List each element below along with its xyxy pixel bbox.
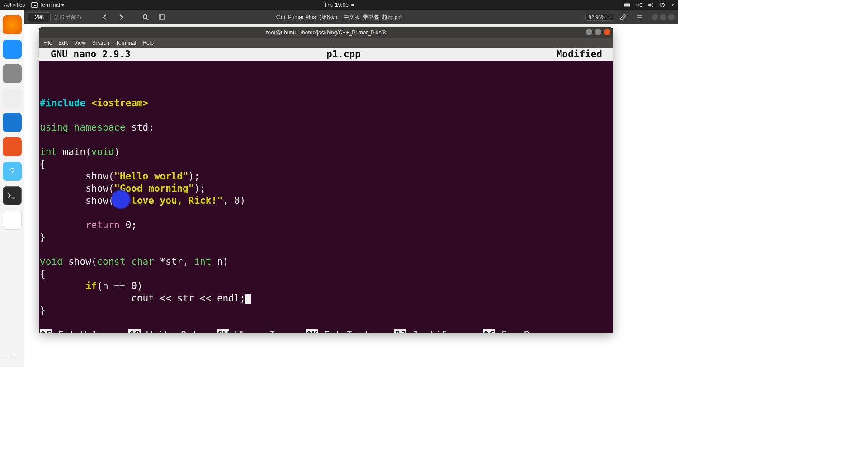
- clock[interactable]: Thu 19:00: [324, 2, 354, 8]
- svg-point-2: [636, 4, 638, 6]
- dock-app[interactable]: [3, 211, 22, 230]
- dock-help[interactable]: ?: [3, 162, 22, 181]
- terminal-window: root@ubuntu: /home/jackbing/C++_Primer_P…: [39, 27, 613, 333]
- nano-app-label: GNU nano 2.9.3: [41, 49, 131, 60]
- menu-terminal[interactable]: Terminal: [116, 40, 136, 46]
- terminal-icon: [31, 2, 38, 8]
- page-number-input[interactable]: 298: [28, 12, 51, 22]
- terminal-menubar: File Edit View Search Terminal Help: [39, 38, 613, 48]
- search-button[interactable]: [139, 11, 152, 23]
- cursor-highlight: [111, 190, 130, 209]
- nano-shortcut: ^K Cut Text: [306, 329, 394, 333]
- code-line: [40, 110, 46, 121]
- code-line: #include <iostream>: [40, 98, 148, 108]
- menu-edit[interactable]: Edit: [58, 40, 68, 46]
- close-button[interactable]: [668, 14, 675, 20]
- code-line: if(n == 0): [40, 281, 143, 291]
- code-line: show("Hello world");: [40, 171, 200, 182]
- document-title: C++ Primer Plus（第6版）_中文版_带书签_超清.pdf: [276, 14, 402, 21]
- dock-thunderbird[interactable]: [3, 40, 22, 59]
- code-line: using namespace std;: [40, 122, 154, 133]
- pencil-icon: [619, 14, 627, 21]
- dock-rhythmbox[interactable]: [3, 89, 22, 108]
- nano-shortcut: ^O Write Out: [128, 329, 217, 333]
- terminal-maximize-button[interactable]: [595, 29, 601, 35]
- code-line: {: [40, 159, 46, 169]
- code-line: [40, 134, 46, 145]
- text-cursor: [245, 294, 251, 304]
- hamburger-button[interactable]: [633, 11, 646, 23]
- menu-file[interactable]: File: [43, 40, 52, 46]
- nano-status: Modified: [557, 49, 611, 60]
- terminal-icon: [7, 192, 17, 200]
- svg-rect-0: [32, 3, 37, 8]
- code-line: [40, 244, 46, 255]
- code-line: show("I love you, Rick!", 8): [40, 195, 245, 206]
- menu-view[interactable]: View: [74, 40, 86, 46]
- chevron-right-icon: [118, 14, 125, 21]
- svg-point-6: [143, 15, 147, 19]
- page-total-label: (315 of 953): [54, 14, 95, 20]
- svg-rect-1: [624, 4, 630, 7]
- panel-icon: [158, 14, 165, 21]
- prev-page-button[interactable]: [99, 11, 111, 23]
- code-line: {: [40, 268, 46, 279]
- code-line: [40, 85, 46, 96]
- window-controls: [652, 14, 675, 20]
- next-page-button[interactable]: [115, 11, 127, 23]
- svg-point-4: [640, 6, 642, 8]
- code-line: }: [40, 232, 46, 243]
- sidebar-button[interactable]: [156, 11, 168, 23]
- power-icon: [659, 2, 665, 8]
- chevron-down-icon: ▼: [671, 3, 675, 7]
- svg-rect-7: [159, 15, 165, 19]
- menu-search[interactable]: Search: [92, 40, 109, 46]
- code-line: [40, 207, 46, 218]
- terminal-close-button[interactable]: [604, 29, 610, 35]
- annotate-button[interactable]: [617, 11, 629, 23]
- nano-filename: p1.cpp: [131, 49, 557, 60]
- nano-footer: ^G Get Help^O Write Out^W Where Is^K Cut…: [39, 305, 613, 333]
- minimize-button[interactable]: [652, 14, 658, 20]
- chevron-down-icon: ▾: [608, 15, 610, 19]
- nano-shortcut: ^G Get Help: [40, 329, 128, 333]
- keyboard-icon: [624, 2, 630, 8]
- dock: ? ⋯⋯: [0, 10, 24, 367]
- dock-terminal[interactable]: [3, 186, 22, 205]
- gnome-topbar: Activities Terminal ▾ Thu 19:00 ▼: [0, 0, 678, 10]
- menu-icon: [636, 14, 643, 21]
- zoom-selector[interactable]: 82.96% ▾: [585, 14, 613, 21]
- terminal-minimize-button[interactable]: [586, 29, 592, 35]
- dock-software[interactable]: [3, 137, 22, 156]
- code-line: void show(const char *str, int n): [40, 256, 228, 267]
- search-icon: [142, 14, 149, 21]
- show-apps-button[interactable]: ⋯⋯: [3, 352, 21, 362]
- menu-help[interactable]: Help: [142, 40, 154, 46]
- dock-firefox[interactable]: [3, 15, 22, 34]
- chevron-left-icon: [101, 14, 108, 21]
- nano-titlebar: GNU nano 2.9.3 p1.cpp Modified: [39, 48, 613, 61]
- app-menu[interactable]: Terminal ▾: [31, 2, 64, 8]
- network-icon: [636, 2, 642, 8]
- editor-area[interactable]: #include <iostream> using namespace std;…: [39, 61, 613, 305]
- nano-shortcut: ^W Where Is: [217, 329, 306, 333]
- footer-row: ^G Get Help^O Write Out^W Where Is^K Cut…: [40, 329, 612, 333]
- nano-shortcut: ^J Justify: [394, 329, 483, 333]
- terminal-titlebar[interactable]: root@ubuntu: /home/jackbing/C++_Primer_P…: [39, 27, 613, 38]
- code-line: return 0;: [40, 220, 137, 230]
- dock-writer[interactable]: [3, 113, 22, 132]
- pdf-toolbar: 298 (315 of 953) C++ Primer Plus（第6版）_中文…: [24, 10, 678, 24]
- code-line: int main(void): [40, 146, 120, 157]
- svg-point-3: [640, 3, 642, 5]
- nano-shortcut: ^C Cur Pos: [483, 329, 571, 333]
- system-tray[interactable]: ▼: [624, 2, 675, 8]
- maximize-button[interactable]: [660, 14, 666, 20]
- code-line: }: [40, 305, 46, 316]
- sound-icon: [647, 2, 654, 8]
- code-line: cout << str << endl;: [40, 293, 251, 304]
- dock-files[interactable]: [3, 64, 22, 83]
- activities-button[interactable]: Activities: [4, 2, 25, 8]
